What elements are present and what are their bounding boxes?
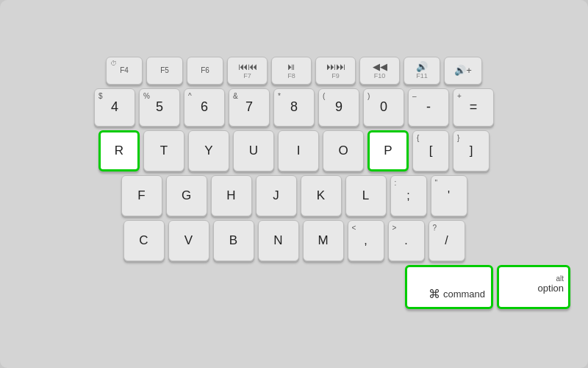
key-minus[interactable]: – - [408, 88, 449, 127]
key-9[interactable]: ( 9 [318, 88, 359, 127]
key-8[interactable]: * 8 [273, 88, 315, 127]
key-v[interactable]: V [168, 220, 209, 261]
key-f7[interactable]: ⏮⏮ F7 [227, 57, 268, 85]
key-bracket-close[interactable]: } ] [453, 130, 490, 171]
key-semicolon[interactable]: : ; [390, 175, 427, 216]
fn-row: ⏱ F4 F5 F6 ⏮⏮ F7 ⏯ F8 ⏭⏭ F9 ◀◀ F10 🔊 F11 [9, 57, 579, 85]
key-c[interactable]: C [123, 220, 165, 261]
keyboard: ⏱ F4 F5 F6 ⏮⏮ F7 ⏯ F8 ⏭⏭ F9 ◀◀ F10 🔊 F11 [0, 0, 588, 368]
key-y[interactable]: Y [188, 130, 229, 171]
mid-row: F G H J K L : ; " ' [9, 175, 579, 216]
key-slash[interactable]: ? / [429, 220, 465, 261]
key-j[interactable]: J [256, 175, 297, 216]
modifier-row: ⌘ command alt option [9, 265, 579, 309]
num-row: $ 4 % 5 ^ 6 & 7 * 8 ( 9 ) 0 – - [9, 88, 579, 127]
key-0[interactable]: ) 0 [363, 88, 404, 127]
key-f12[interactable]: 🔊+ [444, 57, 482, 85]
key-b[interactable]: B [213, 220, 254, 261]
key-4[interactable]: $ 4 [94, 88, 135, 127]
key-f9[interactable]: ⏭⏭ F9 [315, 57, 356, 85]
key-bracket-open[interactable]: { [ [412, 130, 449, 171]
key-t[interactable]: T [143, 130, 184, 171]
key-quote[interactable]: " ' [431, 175, 467, 216]
key-f10[interactable]: ◀◀ F10 [359, 57, 400, 85]
key-g[interactable]: G [166, 175, 207, 216]
key-f11[interactable]: 🔊 F11 [404, 57, 440, 85]
key-u[interactable]: U [233, 130, 274, 171]
key-p[interactable]: P [368, 130, 409, 171]
key-f4[interactable]: ⏱ F4 [106, 57, 143, 85]
key-f8[interactable]: ⏯ F8 [271, 57, 312, 85]
key-f[interactable]: F [121, 175, 162, 216]
key-f5[interactable]: F5 [146, 57, 183, 85]
key-i[interactable]: I [278, 130, 319, 171]
key-equals[interactable]: + = [453, 88, 494, 127]
key-m[interactable]: M [303, 220, 344, 261]
key-h[interactable]: H [211, 175, 252, 216]
key-7[interactable]: & 7 [229, 88, 270, 127]
key-6[interactable]: ^ 6 [184, 88, 225, 127]
top-row: R T Y U I O P { [ } ] [9, 130, 579, 171]
key-n[interactable]: N [258, 220, 299, 261]
key-k[interactable]: K [301, 175, 342, 216]
key-period[interactable]: > . [388, 220, 425, 261]
key-f6[interactable]: F6 [187, 57, 223, 85]
key-command[interactable]: ⌘ command [405, 265, 493, 309]
key-comma[interactable]: < , [348, 220, 384, 261]
key-l[interactable]: L [345, 175, 387, 216]
key-o[interactable]: O [323, 130, 364, 171]
bot-row: C V B N M < , > . ? / [9, 220, 579, 261]
key-r[interactable]: R [98, 130, 140, 171]
key-5[interactable]: % 5 [139, 88, 180, 127]
key-option[interactable]: alt option [497, 265, 570, 309]
